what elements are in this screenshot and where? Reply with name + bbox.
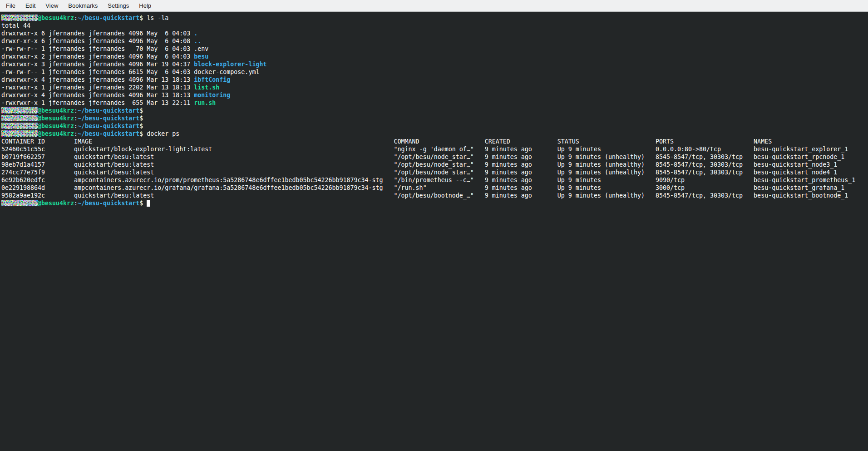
- menu-item-file[interactable]: File: [1, 0, 20, 11]
- docker-header: CONTAINER ID IMAGE COMMAND CREATED STATU…: [1, 138, 868, 145]
- prompt-path: ~/besu-quickstart: [78, 107, 139, 114]
- ls-entry-meta: drwxr-xr-x 6 jfernandes jfernandes 4096 …: [1, 38, 194, 45]
- ls-entry: drwxrwxr-x 4 jfernandes jfernandes 4096 …: [1, 76, 868, 84]
- prompt-line: @besuu4krz:~/besu-quickstart$: [1, 199, 868, 207]
- ls-entry-name: besu: [194, 53, 208, 60]
- ls-entry: drwxrwxr-x 4 jfernandes jfernandes 4096 …: [1, 91, 868, 99]
- ls-entry-name: ..: [194, 38, 201, 45]
- prompt-user-host: @besuu4krz: [38, 107, 74, 114]
- prompt-separator: :: [74, 107, 78, 114]
- prompt-line: @besuu4krz:~/besu-quickstart$ ls -la: [1, 14, 868, 22]
- prompt-symbol: $: [139, 123, 143, 129]
- redacted-username: [1, 115, 38, 121]
- prompt-user-host: @besuu4krz: [38, 130, 74, 137]
- prompt-user-host: @besuu4krz: [38, 15, 74, 21]
- prompt-line: @besuu4krz:~/besu-quickstart$: [1, 107, 868, 114]
- ls-entry-meta: -rwxrwxr-x 1 jfernandes jfernandes 655 M…: [1, 99, 194, 106]
- redacted-username: [1, 123, 38, 129]
- terminal[interactable]: @besuu4krz:~/besu-quickstart$ ls -latota…: [0, 12, 868, 451]
- ls-entry-name: block-explorer-light: [194, 61, 266, 68]
- ls-total: total 44: [1, 22, 868, 30]
- ls-entry: -rwxrwxr-x 1 jfernandes jfernandes 2202 …: [1, 84, 868, 91]
- prompt-separator: :: [74, 200, 78, 207]
- prompt-separator: :: [74, 115, 78, 122]
- ls-entry-meta: drwxrwxr-x 4 jfernandes jfernandes 4096 …: [1, 92, 194, 99]
- ls-entry-name: list.sh: [194, 84, 219, 91]
- prompt-line: @besuu4krz:~/besu-quickstart$: [1, 114, 868, 122]
- docker-row: 9582a9ae192c quickstart/besu:latest "/op…: [1, 192, 868, 199]
- docker-row: 0e229198864d ampcontainers.azurecr.io/gr…: [1, 184, 868, 192]
- prompt-separator: :: [74, 15, 78, 21]
- ls-entry-meta: drwxrwxr-x 4 jfernandes jfernandes 4096 …: [1, 76, 194, 83]
- command-text: docker ps: [143, 130, 179, 137]
- ls-entry: -rw-rw-r-- 1 jfernandes jfernandes 6615 …: [1, 68, 868, 76]
- prompt-symbol: $: [139, 107, 143, 114]
- terminal-cursor: [147, 200, 150, 207]
- docker-row: b0719f662257 quickstart/besu:latest "/op…: [1, 153, 868, 161]
- menu-item-view[interactable]: View: [40, 0, 63, 11]
- ls-entry-meta: drwxrwxr-x 6 jfernandes jfernandes 4096 …: [1, 30, 194, 37]
- command-text: ls -la: [143, 15, 168, 21]
- ls-entry-meta: -rw-rw-r-- 1 jfernandes jfernandes 6615 …: [1, 69, 194, 75]
- docker-row: 52460c51c55c quickstart/block-explorer-l…: [1, 145, 868, 153]
- ls-entry-meta: drwxrwxr-x 3 jfernandes jfernandes 4096 …: [1, 61, 194, 68]
- ls-entry-meta: -rwxrwxr-x 1 jfernandes jfernandes 2202 …: [1, 84, 194, 91]
- ls-entry-name: .: [194, 30, 197, 37]
- docker-row: 98eb7d1a4157 quickstart/besu:latest "/op…: [1, 161, 868, 169]
- ls-entry: drwxrwxr-x 6 jfernandes jfernandes 4096 …: [1, 30, 868, 37]
- docker-row: 6e92b620edfc ampcontainers.azurecr.io/pr…: [1, 176, 868, 184]
- prompt-line: @besuu4krz:~/besu-quickstart$ docker ps: [1, 130, 868, 138]
- prompt-separator: :: [74, 123, 78, 129]
- ls-entry-name: ibftConfig: [194, 76, 230, 83]
- prompt-user-host: @besuu4krz: [38, 200, 74, 207]
- redacted-username: [1, 107, 38, 114]
- prompt-path: ~/besu-quickstart: [78, 115, 139, 122]
- prompt-path: ~/besu-quickstart: [78, 123, 139, 129]
- prompt-symbol: $: [139, 130, 143, 137]
- redacted-username: [1, 15, 38, 21]
- prompt-symbol: $: [139, 115, 143, 122]
- prompt-path: ~/besu-quickstart: [78, 130, 139, 137]
- ls-entry-meta: drwxrwxr-x 2 jfernandes jfernandes 4096 …: [1, 53, 194, 60]
- redacted-username: [1, 200, 38, 206]
- ls-entry-name: monitoring: [194, 92, 230, 99]
- menu-item-settings[interactable]: Settings: [103, 0, 134, 11]
- prompt-line: @besuu4krz:~/besu-quickstart$: [1, 122, 868, 130]
- ls-entry: drwxr-xr-x 6 jfernandes jfernandes 4096 …: [1, 37, 868, 45]
- prompt-path: ~/besu-quickstart: [78, 15, 139, 21]
- menu-item-bookmarks[interactable]: Bookmarks: [63, 0, 103, 11]
- ls-entry: -rwxrwxr-x 1 jfernandes jfernandes 655 M…: [1, 99, 868, 107]
- prompt-path: ~/besu-quickstart: [78, 200, 139, 207]
- ls-entry-name: docker-compose.yml: [194, 69, 259, 75]
- ls-entry-meta: -rw-rw-r-- 1 jfernandes jfernandes 70 Ma…: [1, 45, 194, 52]
- ls-entry-name: .env: [194, 45, 208, 52]
- menu-item-help[interactable]: Help: [134, 0, 156, 11]
- menu-item-edit[interactable]: Edit: [20, 0, 40, 11]
- prompt-symbol: $: [139, 200, 143, 207]
- ls-entry: drwxrwxr-x 3 jfernandes jfernandes 4096 …: [1, 60, 868, 68]
- prompt-symbol: $: [139, 15, 143, 21]
- prompt-separator: :: [74, 130, 78, 137]
- ls-entry-name: run.sh: [194, 99, 216, 106]
- ls-entry: -rw-rw-r-- 1 jfernandes jfernandes 70 Ma…: [1, 45, 868, 53]
- ls-entry: drwxrwxr-x 2 jfernandes jfernandes 4096 …: [1, 53, 868, 60]
- redacted-username: [1, 130, 38, 137]
- menu-bar: FileEditViewBookmarksSettingsHelp: [0, 0, 868, 12]
- docker-row: 274cc77e75f9 quickstart/besu:latest "/op…: [1, 169, 868, 176]
- prompt-user-host: @besuu4krz: [38, 123, 74, 129]
- prompt-user-host: @besuu4krz: [38, 115, 74, 122]
